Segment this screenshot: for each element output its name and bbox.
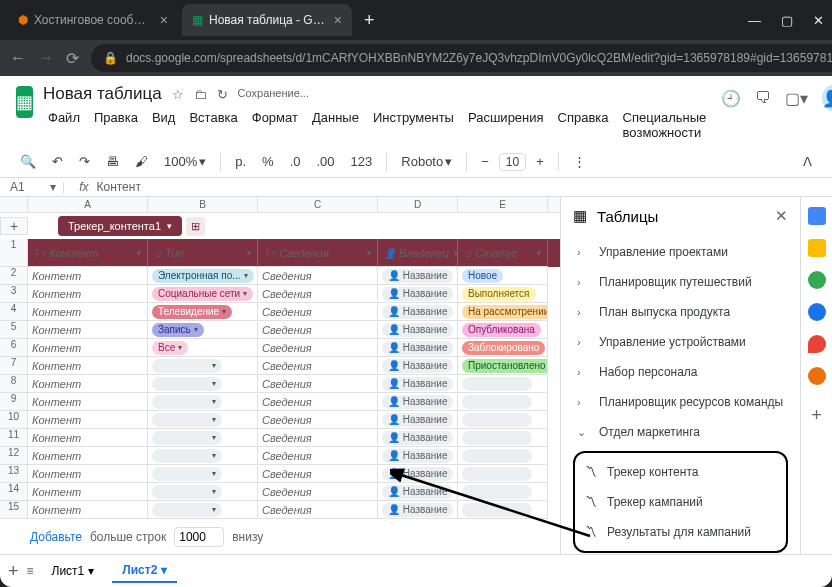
cell-type[interactable]: ▾ [148, 429, 258, 447]
close-icon[interactable]: × [334, 12, 342, 28]
keep-icon[interactable] [808, 239, 826, 257]
add-row-plus[interactable]: + [0, 217, 28, 235]
menu-Расширения[interactable]: Расширения [463, 108, 549, 142]
name-box[interactable]: A1 [10, 180, 50, 194]
currency-button[interactable]: р. [229, 150, 252, 173]
col-header-E[interactable]: E [458, 197, 548, 212]
side-template[interactable]: 〽Трекер кампаний [581, 487, 780, 517]
row-header[interactable]: 8 [0, 375, 28, 393]
table-row[interactable]: 8Контент▾Сведения👤 Название [0, 375, 560, 393]
sheet-tab-1[interactable]: Лист2 ▾ [112, 559, 177, 583]
table-row[interactable]: 11Контент▾Сведения👤 Название [0, 429, 560, 447]
address-bar[interactable]: 🔒 docs.google.com/spreadsheets/d/1mCARfY… [91, 44, 832, 72]
search-menus-button[interactable]: 🔍 [14, 150, 42, 173]
row-header[interactable]: 14 [0, 483, 28, 501]
cell-owner[interactable]: 👤 Название [378, 321, 458, 339]
cell-status[interactable]: Приостановлено [458, 357, 548, 375]
addon-icon[interactable] [808, 367, 826, 385]
back-button[interactable]: ← [10, 49, 26, 67]
cell-content[interactable]: Контент [28, 285, 148, 303]
zoom-select[interactable]: 100% ▾ [158, 150, 212, 173]
contacts-icon[interactable] [808, 303, 826, 321]
close-icon[interactable]: × [160, 12, 168, 28]
row-header[interactable]: 3 [0, 285, 28, 303]
menu-Специальные возможности[interactable]: Специальные возможности [618, 108, 712, 142]
row-header[interactable]: 13 [0, 465, 28, 483]
row-header[interactable]: 7 [0, 357, 28, 375]
cell-type[interactable]: ▾ [148, 357, 258, 375]
cell-type[interactable]: ▾ [148, 411, 258, 429]
cell-content[interactable]: Контент [28, 393, 148, 411]
more-toolbar-icon[interactable]: ⋮ [567, 150, 592, 173]
select-all-corner[interactable] [0, 197, 28, 212]
menu-Справка[interactable]: Справка [553, 108, 614, 142]
cell-info[interactable]: Сведения [258, 267, 378, 285]
menu-Вставка[interactable]: Вставка [184, 108, 242, 142]
cell-status[interactable]: На рассмотрении [458, 303, 548, 321]
table-row[interactable]: 12Контент▾Сведения👤 Название [0, 447, 560, 465]
share-button[interactable]: 👤⁺ [822, 84, 832, 112]
table-row[interactable]: 3КонтентСоциальные сети ▾Сведения👤 Назва… [0, 285, 560, 303]
row-header[interactable]: 11 [0, 429, 28, 447]
cell-status[interactable]: Заблокировано [458, 339, 548, 357]
cell-status[interactable]: Выполняется [458, 285, 548, 303]
cell-owner[interactable]: 👤 Название [378, 339, 458, 357]
browser-tab-1[interactable]: ▦ Новая таблица - Google Табл... × [182, 4, 352, 36]
maps-icon[interactable] [808, 335, 826, 353]
cell-type[interactable]: ▾ [148, 375, 258, 393]
cell-type[interactable]: Все ▾ [148, 339, 258, 357]
row-header-1[interactable]: 1 [0, 239, 28, 267]
cell-info[interactable]: Сведения [258, 429, 378, 447]
cell-content[interactable]: Контент [28, 411, 148, 429]
side-category[interactable]: ›Управление устройствами [573, 327, 788, 357]
cell-owner[interactable]: 👤 Название [378, 357, 458, 375]
comment-icon[interactable]: 🗨 [755, 89, 771, 107]
cell-owner[interactable]: 👤 Название [378, 447, 458, 465]
cell-content[interactable]: Контент [28, 357, 148, 375]
forward-button[interactable]: → [38, 49, 54, 67]
history-icon[interactable]: 🕘 [721, 89, 741, 108]
collapse-toolbar-button[interactable]: ᐱ [797, 150, 818, 173]
table-row[interactable]: 2КонтентЭлектронная по... ▾Сведения👤 Наз… [0, 267, 560, 285]
cell-owner[interactable]: 👤 Название [378, 285, 458, 303]
cell-owner[interactable]: 👤 Название [378, 375, 458, 393]
cell-owner[interactable]: 👤 Название [378, 267, 458, 285]
browser-tab-0[interactable]: ⬢ Хостинговое сообщество «Tim × [8, 4, 178, 36]
cell-type[interactable]: ▾ [148, 465, 258, 483]
cell-status[interactable] [458, 447, 548, 465]
col-type-header[interactable]: ⊙ Тип▾ [148, 239, 258, 267]
table-row[interactable]: 9Контент▾Сведения👤 Название [0, 393, 560, 411]
cell-type[interactable]: ▾ [148, 447, 258, 465]
col-content-header[interactable]: Tᴛ Контент▾ [28, 239, 148, 267]
new-tab-button[interactable]: + [364, 10, 375, 31]
side-category[interactable]: ›План выпуска продукта [573, 297, 788, 327]
add-icon[interactable]: + [811, 405, 822, 426]
cell-owner[interactable]: 👤 Название [378, 393, 458, 411]
close-icon[interactable]: ✕ [775, 207, 788, 225]
redo-button[interactable]: ↷ [73, 150, 96, 173]
side-category-expanded[interactable]: ⌄ Отдел маркетинга [573, 417, 788, 447]
increase-decimal-button[interactable]: .00 [311, 150, 341, 173]
col-status-header[interactable]: ⊙ Статус▾ [458, 239, 548, 267]
cell-status[interactable]: Новое [458, 267, 548, 285]
menu-Вид[interactable]: Вид [147, 108, 181, 142]
spreadsheet-grid[interactable]: A B C D E + Трекер_контента1▾ ⊞ 1 Tᴛ Кон… [0, 197, 560, 554]
side-template[interactable]: 〽Результаты для кампаний [581, 517, 780, 547]
menu-Данные[interactable]: Данные [307, 108, 364, 142]
row-header[interactable]: 15 [0, 501, 28, 519]
cell-info[interactable]: Сведения [258, 357, 378, 375]
cell-info[interactable]: Сведения [258, 501, 378, 519]
font-select[interactable]: Roboto ▾ [395, 150, 458, 173]
table-row[interactable]: 7Контент▾Сведения👤 НазваниеПриостановлен… [0, 357, 560, 375]
row-header[interactable]: 2 [0, 267, 28, 285]
cell-owner[interactable]: 👤 Название [378, 465, 458, 483]
cell-type[interactable]: Запись ▾ [148, 321, 258, 339]
add-rows-link[interactable]: Добавьте [30, 530, 82, 544]
cloud-icon[interactable]: ↻ [217, 87, 228, 102]
cell-content[interactable]: Контент [28, 429, 148, 447]
font-size-input[interactable]: 10 [499, 153, 526, 171]
cell-type[interactable]: Социальные сети ▾ [148, 285, 258, 303]
minimize-button[interactable]: — [748, 13, 761, 28]
cell-type[interactable]: Телевидение ▾ [148, 303, 258, 321]
print-button[interactable]: 🖶 [100, 150, 125, 173]
